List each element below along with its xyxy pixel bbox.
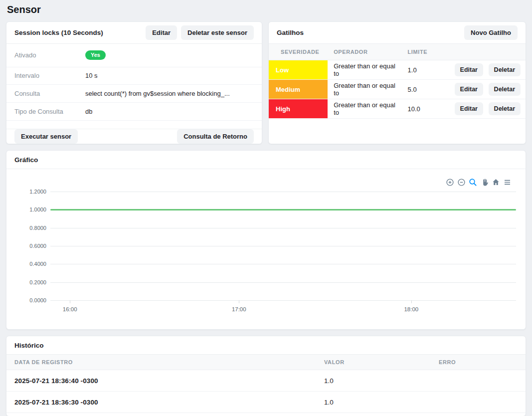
history-table-header-row: Data de Registro Valor Erro — [6, 355, 526, 370]
x-axis-tick-label: 17:00 — [232, 306, 246, 312]
trigger-row-medium: Medium Greater than or equal to 5.0 Edit… — [269, 80, 526, 99]
sensor-field-tipo-consulta: Tipo de Consulta db — [6, 103, 262, 121]
y-gridline — [50, 264, 516, 264]
history-error — [431, 370, 526, 392]
severity-cell: High — [269, 99, 328, 119]
y-axis-tick-label: 0.8000 — [29, 225, 46, 231]
triggers-card-header: Gatilhos Novo Gatilho — [269, 22, 526, 44]
history-date: 2025-07-21 18:36:30 -0300 — [6, 392, 316, 413]
delete-trigger-button[interactable]: Deletar — [489, 63, 521, 76]
column-operador: Operador — [328, 44, 401, 60]
sensor-field-ativado: Ativado Yes — [6, 44, 262, 67]
history-card-title: Histórico — [14, 342, 44, 349]
x-axis-tick — [239, 300, 239, 303]
column-limite: Limite — [402, 44, 445, 60]
pan-icon[interactable] — [480, 178, 489, 187]
x-axis-tick — [411, 300, 412, 303]
page-title: Sensor — [0, 0, 532, 15]
trigger-row-low: Low Greater than or equal to 1.0 Editar … — [269, 60, 526, 80]
edit-trigger-button[interactable]: Editar — [455, 83, 483, 96]
history-card-header: Histórico — [6, 336, 526, 355]
y-gridline — [50, 282, 516, 283]
column-data-de-registro: Data de Registro — [6, 355, 316, 370]
return-query-button[interactable]: Consulta de Retorno — [177, 129, 254, 144]
history-error — [431, 392, 526, 413]
sensor-card-footer: Executar sensor Consulta de Retorno — [6, 129, 262, 144]
operator-cell: Greater than or equal to — [328, 99, 401, 119]
field-label: Consulta — [14, 90, 85, 97]
triggers-table-header-row: Severidade Operador Limite — [269, 44, 526, 60]
column-valor: Valor — [316, 355, 431, 370]
limit-cell: 5.0 — [402, 80, 445, 99]
edit-trigger-button[interactable]: Editar — [455, 102, 483, 115]
severity-cell: Low — [269, 60, 328, 80]
y-axis-tick-label: 0.0000 — [29, 297, 46, 303]
x-axis-tick-label: 16:00 — [63, 306, 77, 312]
field-value: select count(*) from gv$session where bl… — [85, 90, 230, 97]
field-value: db — [85, 108, 92, 115]
run-sensor-button[interactable]: Executar sensor — [14, 129, 78, 144]
y-gridline — [50, 228, 516, 228]
triggers-table: Severidade Operador Limite Low Greater t… — [269, 44, 526, 119]
y-axis-tick-label: 1.2000 — [29, 189, 46, 195]
sensor-field-consulta: Consulta select count(*) from gv$session… — [6, 85, 262, 103]
history-card: Histórico Data de Registro Valor Erro 20… — [6, 336, 526, 416]
operator-cell: Greater than or equal to — [328, 60, 401, 80]
chart-card: Gráfico 1.20001.00000.80000.60000.40000.… — [6, 150, 526, 330]
column-severidade: Severidade — [269, 44, 328, 60]
history-table: Data de Registro Valor Erro 2025-07-21 1… — [6, 355, 526, 413]
delete-trigger-button[interactable]: Deletar — [489, 83, 521, 96]
edit-trigger-button[interactable]: Editar — [455, 63, 483, 76]
zoom-out-icon[interactable] — [457, 178, 466, 187]
selection-zoom-icon[interactable] — [468, 178, 477, 187]
field-label: Intervalo — [14, 72, 85, 79]
chart-toolbar — [445, 178, 512, 187]
y-gridline — [50, 246, 516, 246]
chart-card-title: Gráfico — [14, 156, 38, 164]
empty-row — [6, 121, 262, 129]
sensor-card-header: Session locks (10 Seconds) Editar Deleta… — [6, 22, 262, 44]
history-row: 2025-07-21 18:36:40 -0300 1.0 — [6, 370, 526, 392]
field-value: 10 s — [85, 72, 98, 79]
x-axis-tick-label: 18:00 — [404, 306, 418, 312]
column-actions — [445, 44, 526, 60]
history-value: 1.0 — [316, 370, 431, 392]
history-date: 2025-07-21 18:36:40 -0300 — [6, 370, 316, 392]
limit-cell: 1.0 — [402, 60, 445, 80]
status-badge: Yes — [85, 50, 106, 60]
chart-plot[interactable]: 1.20001.00000.80000.60000.40000.20000.00… — [50, 192, 516, 300]
new-trigger-button[interactable]: Novo Gatilho — [464, 25, 518, 40]
sensor-detail-card: Session locks (10 Seconds) Editar Deleta… — [6, 21, 262, 144]
triggers-card-title: Gatilhos — [277, 29, 304, 36]
x-axis-tick — [70, 300, 70, 303]
severity-cell: Medium — [269, 80, 328, 99]
column-erro: Erro — [431, 355, 526, 370]
chart-card-header: Gráfico — [6, 151, 526, 169]
history-value: 1.0 — [316, 392, 431, 413]
triggers-card: Gatilhos Novo Gatilho Severidade Operado… — [268, 21, 526, 144]
field-label: Tipo de Consulta — [14, 108, 85, 115]
zoom-in-icon[interactable] — [445, 178, 454, 187]
y-gridline — [50, 192, 516, 192]
y-axis-tick-label: 1.0000 — [29, 207, 46, 212]
operator-cell: Greater than or equal to — [328, 80, 401, 99]
field-label: Ativado — [14, 51, 85, 59]
delete-trigger-button[interactable]: Deletar — [489, 102, 521, 115]
sensor-card-title: Session locks (10 Seconds) — [14, 29, 103, 36]
edit-sensor-button[interactable]: Editar — [146, 25, 177, 40]
limit-cell: 10.0 — [402, 99, 445, 119]
y-gridline — [50, 300, 516, 301]
sensor-field-intervalo: Intervalo 10 s — [6, 67, 262, 85]
trigger-row-high: High Greater than or equal to 10.0 Edita… — [269, 99, 526, 119]
delete-sensor-button[interactable]: Deletar este sensor — [181, 25, 254, 40]
y-axis-tick-label: 0.2000 — [29, 279, 46, 285]
home-icon[interactable] — [491, 178, 500, 187]
y-axis-tick-label: 0.4000 — [29, 261, 46, 267]
y-axis-tick-label: 0.6000 — [29, 243, 46, 249]
menu-icon[interactable] — [503, 178, 512, 187]
history-row: 2025-07-21 18:36:30 -0300 1.0 — [6, 392, 526, 413]
series-line-valor — [50, 209, 516, 210]
